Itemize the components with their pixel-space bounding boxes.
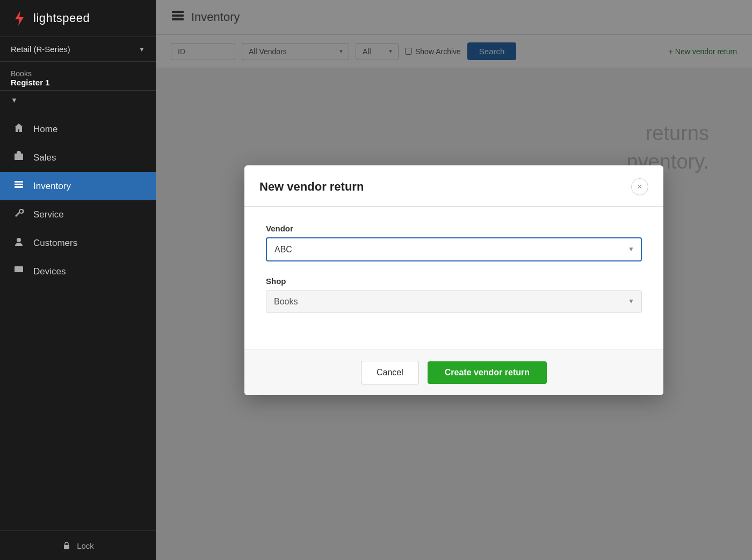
modal-close-button[interactable]: × xyxy=(631,178,648,195)
shop-label: Shop xyxy=(266,277,642,286)
store-info: Books Register 1 xyxy=(0,62,156,91)
sidebar-item-devices[interactable]: Devices xyxy=(0,257,156,286)
vendor-form-group: Vendor ABC DEF GHI xyxy=(266,224,642,261)
chevron-down-icon: ▼ xyxy=(139,46,145,53)
modal-header: New vendor return × xyxy=(244,165,663,207)
store-selector[interactable]: Retail (R-Series) ▼ xyxy=(0,37,156,62)
home-icon xyxy=(13,122,25,136)
lightspeed-logo-icon xyxy=(11,10,28,27)
modal-overlay: New vendor return × Vendor ABC DEF GHI xyxy=(156,0,752,560)
logo-text: lightspeed xyxy=(33,11,90,25)
sidebar-item-customers-label: Customers xyxy=(33,238,77,249)
sidebar-item-devices-label: Devices xyxy=(33,266,66,277)
vendor-label: Vendor xyxy=(266,224,642,233)
cancel-button[interactable]: Cancel xyxy=(361,361,419,384)
shop-select-wrapper: Books xyxy=(266,290,642,313)
modal-footer: Cancel Create vendor return xyxy=(244,350,663,395)
svg-rect-5 xyxy=(15,266,23,272)
vendor-select[interactable]: ABC DEF GHI xyxy=(266,237,642,261)
sidebar: lightspeed Retail (R-Series) ▼ Books Reg… xyxy=(0,0,156,560)
lock-button[interactable]: Lock xyxy=(0,530,156,560)
shop-form-group: Shop Books xyxy=(266,277,642,313)
shop-select[interactable]: Books xyxy=(266,290,642,313)
sales-icon xyxy=(13,151,25,164)
svg-point-4 xyxy=(17,238,21,242)
inventory-icon xyxy=(13,179,25,193)
store-selector-label: Retail (R-Series) xyxy=(11,45,70,54)
sidebar-item-customers[interactable]: Customers xyxy=(0,229,156,257)
lock-label: Lock xyxy=(77,541,94,550)
modal-title: New vendor return xyxy=(259,180,364,194)
modal-body: Vendor ABC DEF GHI Shop Books xyxy=(244,207,663,350)
vendor-select-wrapper: ABC DEF GHI xyxy=(266,237,642,261)
svg-rect-3 xyxy=(15,186,23,188)
svg-rect-6 xyxy=(64,545,69,549)
sidebar-item-home[interactable]: Home xyxy=(0,115,156,143)
main-content: Inventory All Vendors All Show Archive S… xyxy=(156,0,752,560)
customers-icon xyxy=(13,236,25,250)
svg-rect-1 xyxy=(15,181,23,183)
svg-rect-2 xyxy=(15,184,23,185)
sidebar-item-sales[interactable]: Sales xyxy=(0,143,156,172)
sidebar-nav: Home Sales Inventory xyxy=(0,110,156,530)
sidebar-item-sales-label: Sales xyxy=(33,152,56,163)
wrench-icon xyxy=(13,208,25,221)
sidebar-item-inventory-label: Inventory xyxy=(33,181,71,192)
register-name: Register 1 xyxy=(11,78,145,87)
collapse-button[interactable]: ▼ xyxy=(0,91,156,110)
devices-icon xyxy=(13,265,25,278)
chevron-down-icon: ▼ xyxy=(11,96,18,104)
modal: New vendor return × Vendor ABC DEF GHI xyxy=(244,165,663,395)
create-vendor-return-button[interactable]: Create vendor return xyxy=(428,361,547,384)
sidebar-item-service-label: Service xyxy=(33,209,64,220)
sidebar-item-service[interactable]: Service xyxy=(0,200,156,229)
store-name: Books xyxy=(11,69,145,78)
sidebar-item-home-label: Home xyxy=(33,124,57,135)
sidebar-item-inventory[interactable]: Inventory xyxy=(0,172,156,200)
lock-icon xyxy=(62,541,71,550)
svg-rect-0 xyxy=(15,154,23,160)
logo-area: lightspeed xyxy=(0,0,156,37)
